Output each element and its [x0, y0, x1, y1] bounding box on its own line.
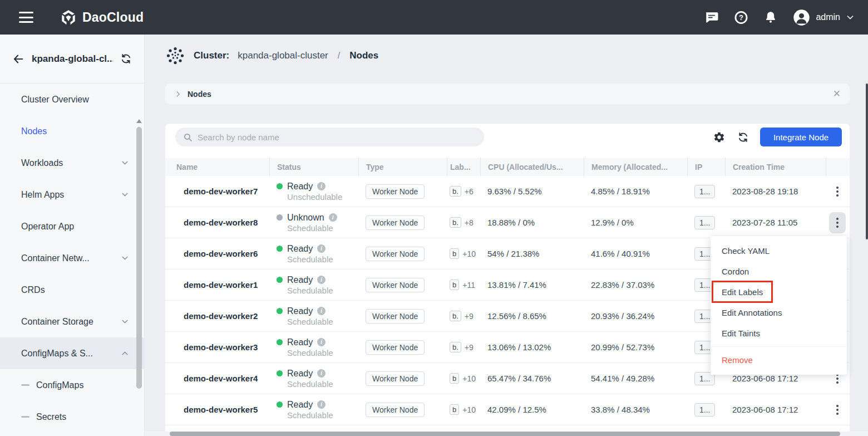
menu-item-cordon[interactable]: Cordon [711, 261, 847, 282]
user-menu[interactable]: admin [793, 9, 855, 26]
labels-cell: b. +8 [447, 217, 480, 228]
info-icon[interactable]: i [317, 182, 326, 190]
hamburger-menu-icon[interactable] [19, 12, 33, 23]
status-dot [277, 183, 283, 189]
label-badge: b. [450, 186, 461, 197]
menu-item-edit-taints[interactable]: Edit Taints [711, 323, 847, 344]
labels-cell: b +10 [447, 404, 480, 415]
node-name: demo-dev-worker7 [165, 187, 269, 196]
info-icon[interactable]: i [317, 400, 326, 409]
breadcrumb: Cluster: kpanda-global-cluster / Nodes [165, 42, 378, 69]
switch-cluster-icon[interactable] [120, 53, 132, 65]
sidebar-scrollbar-thumb[interactable] [136, 127, 142, 389]
nodes-collapse-bar[interactable]: Nodes ✕ [165, 84, 850, 104]
menu-item-remove[interactable]: Remove [711, 350, 847, 370]
breadcrumb-cluster-name[interactable]: kpanda-global-cluster [238, 50, 328, 61]
labels-more-count: +11 [462, 281, 475, 290]
menu-item-check-yaml[interactable]: Check YAML [711, 241, 847, 261]
labels-cell: b. +9 [447, 311, 480, 321]
label-badge: b. [450, 311, 461, 321]
labels-cell: b. +6 [447, 186, 480, 197]
horizontal-scrollbar-thumb[interactable] [170, 432, 840, 436]
sidebar-item-configmaps[interactable]: ConfigMaps [0, 369, 144, 401]
settings-gear-icon[interactable] [712, 130, 726, 144]
schedulable-text: Schedulable [287, 223, 358, 233]
notifications-bell-icon[interactable] [763, 10, 778, 25]
search-input[interactable] [198, 133, 476, 142]
status-dot [277, 401, 283, 408]
node-actions-menu: Check YAMLCordonEdit LabelsEdit Annotati… [711, 236, 847, 375]
memory-cell: 12.9% / 0% [584, 218, 687, 227]
sidebar-item-operator-app[interactable]: Operator App [0, 210, 144, 242]
help-icon[interactable]: ? [734, 10, 748, 25]
labels-cell: b +11 [447, 280, 480, 290]
info-icon[interactable]: i [317, 276, 326, 284]
sidebar-cluster-name[interactable]: kpanda-global-cl... [32, 53, 113, 65]
label-badge: b [450, 404, 459, 415]
labels-more-count: +9 [465, 343, 474, 352]
menu-item-edit-annotations[interactable]: Edit Annotations [711, 302, 847, 323]
actions-cell [826, 181, 850, 202]
row-actions-kebab-icon[interactable] [829, 212, 846, 233]
ip-badge[interactable]: 1... [694, 216, 715, 229]
sidebar-item-workloads[interactable]: Workloads [0, 147, 144, 179]
sidebar-item-label: ConfigMaps & S... [21, 349, 120, 359]
messages-icon[interactable] [704, 10, 719, 25]
daocloud-logo[interactable]: DaoCloud [60, 9, 144, 26]
info-icon[interactable]: i [317, 307, 326, 315]
node-type-cell: Worker Node [358, 278, 447, 292]
sidebar-item-secrets[interactable]: Secrets [0, 401, 144, 433]
memory-cell: 41.6% / 40.91% [584, 249, 687, 258]
info-icon[interactable]: i [317, 338, 326, 346]
sidebar-item-nodes[interactable]: Nodes [0, 115, 144, 147]
sidebar-item-container-netw[interactable]: Container Netw... [0, 242, 144, 274]
status-dot [277, 308, 283, 314]
sidebar-item-crds[interactable]: CRDs [0, 274, 144, 306]
actions-cell [826, 399, 850, 420]
sidebar-item-cluster-overview[interactable]: Cluster Overview [0, 84, 144, 115]
row-actions-kebab-icon[interactable] [829, 181, 846, 202]
horizontal-scrollbar[interactable] [145, 432, 868, 436]
node-status-cell: Ready i Schedulable [269, 337, 358, 357]
user-chevron-down-icon [846, 13, 855, 22]
cpu-cell: 18.88% / 0% [480, 218, 584, 227]
sidebar-item-container-storage[interactable]: Container Storage [0, 306, 144, 337]
actions-cell [826, 212, 850, 233]
sidebar-scrollbar[interactable] [136, 119, 142, 434]
node-name: demo-dev-worker2 [165, 311, 269, 321]
node-name: demo-dev-worker6 [165, 249, 269, 258]
refresh-icon[interactable] [736, 130, 749, 144]
sidebar-item-label: ConfigMaps [36, 380, 130, 390]
sidebar-item-label: CRDs [21, 285, 130, 295]
back-arrow-icon[interactable] [12, 53, 24, 65]
avatar [793, 9, 810, 26]
column-header: Status [269, 158, 358, 176]
schedulable-text: Schedulable [287, 379, 358, 389]
sidebar-item-configmaps-s[interactable]: ConfigMaps & S... [0, 337, 144, 369]
breadcrumb-page: Nodes [349, 50, 378, 61]
memory-cell: 33.8% / 48.34% [584, 405, 687, 414]
menu-item-edit-labels[interactable]: Edit Labels [711, 282, 847, 302]
node-type-cell: Worker Node [358, 309, 447, 324]
node-type-badge: Worker Node [366, 278, 425, 292]
sub-item-dash [21, 416, 29, 418]
labels-cell: b +10 [447, 248, 480, 259]
integrate-node-button[interactable]: Integrate Node [760, 128, 842, 146]
info-icon[interactable]: i [329, 213, 337, 222]
close-icon[interactable]: ✕ [833, 89, 841, 99]
scroll-up-icon[interactable] [136, 119, 142, 123]
node-type-cell: Worker Node [358, 184, 447, 199]
info-icon[interactable]: i [317, 369, 326, 378]
node-name: demo-dev-worker5 [165, 405, 269, 414]
info-icon[interactable]: i [317, 244, 326, 253]
table-header: NameStatusTypeLab...CPU (Allocated/Us...… [165, 158, 850, 176]
schedulable-text: Schedulable [287, 410, 358, 420]
sidebar-item-helm-apps[interactable]: Helm Apps [0, 179, 144, 210]
status-text: Unknown [287, 213, 324, 223]
node-type-badge: Worker Node [366, 403, 425, 417]
ip-badge[interactable]: 1... [694, 403, 715, 417]
page-scrollbar[interactable] [866, 84, 868, 239]
ip-badge[interactable]: 1... [694, 185, 715, 198]
row-actions-kebab-icon[interactable] [829, 399, 846, 420]
status-text: Ready [287, 306, 313, 316]
